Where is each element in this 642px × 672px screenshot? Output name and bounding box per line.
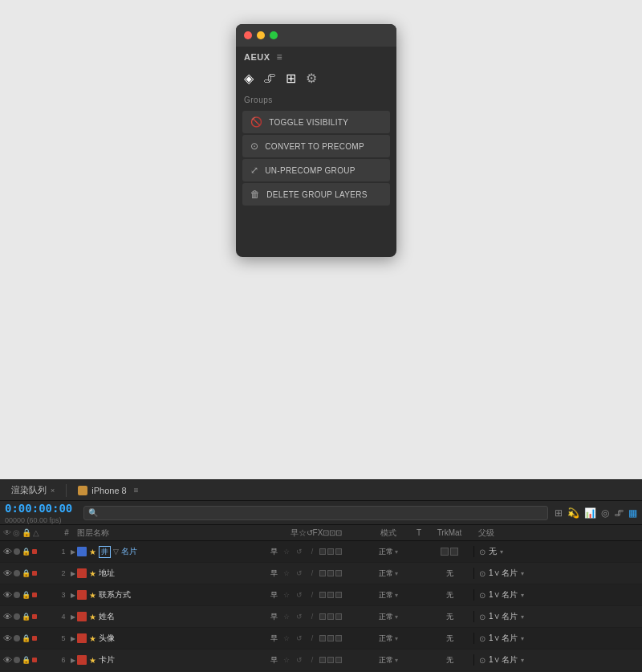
switch-5-1[interactable]: 早: [268, 633, 279, 644]
switch-6-3[interactable]: ↺: [294, 654, 305, 666]
gear-icon[interactable]: ⚙: [306, 71, 317, 86]
graph-editor-icon[interactable]: 📊: [584, 507, 596, 519]
tab-render-queue[interactable]: 渲染队列 ×: [5, 482, 61, 499]
switch-3-1[interactable]: 早: [268, 589, 279, 601]
un-precomp-button[interactable]: ⤢ UN-PRECOMP GROUP: [242, 159, 390, 181]
switch-3-2[interactable]: ☆: [281, 589, 292, 601]
switch-6-1[interactable]: 早: [268, 654, 279, 666]
switch-4[interactable]: /: [307, 546, 318, 557]
layer-switches-6: 早 ☆ ↺ /: [268, 654, 364, 666]
lock-icon-6[interactable]: 🔒: [22, 656, 30, 664]
expand-icon: ⤢: [250, 165, 258, 176]
solo-dot-6[interactable]: [14, 657, 20, 663]
parent-value-3[interactable]: 1∨ 名片: [489, 589, 518, 601]
solo-dot-3[interactable]: [14, 592, 20, 598]
lock-icon-2[interactable]: 🔒: [22, 569, 30, 577]
expand-arrow-6[interactable]: ▶: [71, 657, 75, 664]
parent-value-1[interactable]: 无: [489, 546, 497, 557]
grid-icon[interactable]: ⊞: [286, 71, 296, 86]
layer-row[interactable]: 👁 🔒 6 ▶ ★ 卡片 早 ☆ ↺ /: [0, 650, 642, 671]
timecode-area: 0:00:00:00 00000 (60.00 fps): [5, 502, 77, 524]
eye-icon-1[interactable]: 👁: [3, 547, 12, 556]
convert-precomp-button[interactable]: ⊙ CONVERT TO PRECOMP: [242, 135, 390, 157]
close-button[interactable]: [244, 31, 252, 39]
solo-dot-2[interactable]: [14, 570, 20, 576]
eye-icon-6[interactable]: 👁: [3, 655, 12, 665]
delete-group-button[interactable]: 🗑 DELETE GROUP LAYERS: [242, 183, 390, 206]
switch-5-4[interactable]: /: [307, 633, 318, 644]
layer-name-3[interactable]: 联系方式: [99, 589, 131, 601]
eye-icon-2[interactable]: 👁: [3, 568, 12, 578]
timecode[interactable]: 0:00:00:00: [5, 502, 77, 515]
eye-icon-4[interactable]: 👁: [3, 612, 12, 621]
parent-area-3: ⊙ 1∨ 名片 ▾: [479, 589, 642, 601]
layer-name-5[interactable]: 头像: [99, 633, 115, 644]
minimize-button[interactable]: [257, 31, 265, 39]
switch-3[interactable]: ↺: [294, 546, 305, 557]
toggle-visibility-button[interactable]: 🚫 TOGGLE VISIBILITY: [242, 111, 390, 133]
sw6-box2: [327, 657, 334, 663]
ae-timehead: 0:00:00:00 00000 (60.00 fps) 🔍 ⊞ 💫 📊 ◎ 🖇…: [0, 501, 642, 525]
layer-row[interactable]: 👁 🔒 5 ▶ ★ 头像 早 ☆ ↺ /: [0, 628, 642, 650]
eye-icon-3[interactable]: 👁: [3, 590, 12, 600]
paperclip-icon[interactable]: 🖇: [263, 71, 276, 86]
layer-name-6[interactable]: 卡片: [99, 654, 115, 666]
switch-2-3[interactable]: ↺: [294, 568, 305, 579]
layer-row[interactable]: 👁 🔒 2 ▶ ★ 地址 早 ☆ ↺ /: [0, 563, 642, 584]
tab-close-render[interactable]: ×: [51, 487, 55, 495]
eye-slash-icon: 🚫: [250, 116, 262, 128]
layer-name-2[interactable]: 地址: [99, 568, 115, 579]
solo-dot-5[interactable]: [14, 635, 20, 641]
layer-row[interactable]: 👁 🔒 4 ▶ ★ 姓名 早 ☆ ↺ /: [0, 606, 642, 628]
eye-icon-5[interactable]: 👁: [3, 633, 12, 643]
switch-4-1[interactable]: 早: [268, 611, 279, 622]
composition-icon[interactable]: ⊞: [555, 507, 563, 519]
expand-arrow-5[interactable]: ▶: [71, 635, 75, 642]
switch-4-3[interactable]: ↺: [294, 611, 305, 622]
switch-5-3[interactable]: ↺: [294, 633, 305, 644]
maximize-button[interactable]: [270, 31, 278, 39]
solo-dot-1[interactable]: [14, 548, 20, 555]
parent-value-6[interactable]: 1∨ 名片: [489, 654, 518, 666]
switch-2[interactable]: ☆: [281, 546, 292, 557]
switch-4-2[interactable]: ☆: [281, 611, 292, 622]
switch-2-4[interactable]: /: [307, 568, 318, 579]
layer-right-2: ⊙ 1∨ 名片 ▾: [473, 568, 642, 579]
panel-icon[interactable]: ▦: [628, 507, 637, 519]
attach-icon[interactable]: 🖇: [614, 507, 624, 519]
layer-name-4[interactable]: 姓名: [99, 611, 115, 622]
tab-iphone8[interactable]: iPhone 8 ≡: [71, 482, 144, 499]
lock-icon-5[interactable]: 🔒: [22, 634, 30, 642]
layer-row[interactable]: 👁 🔒 1 ▶ ★ 井 ▽ 名片 早 ☆ ↺ /: [0, 541, 642, 563]
switch-3-3[interactable]: ↺: [294, 589, 305, 601]
layer-left: 👁 🔒 3 ▶ ★ 联系方式 早 ☆ ↺ /: [0, 589, 473, 601]
expand-arrow-1[interactable]: ▶: [71, 548, 75, 556]
expand-arrow-3[interactable]: ▶: [71, 592, 75, 599]
expand-arrow-2[interactable]: ▶: [71, 570, 75, 577]
lock-icon-4[interactable]: 🔒: [22, 613, 30, 621]
switch-6-2[interactable]: ☆: [281, 654, 292, 666]
switch-5-2[interactable]: ☆: [281, 633, 292, 644]
layer-name-1[interactable]: 名片: [121, 546, 137, 557]
switch-3-4[interactable]: /: [307, 589, 318, 601]
lock-icon-3[interactable]: 🔒: [22, 591, 30, 599]
expand-arrow-4[interactable]: ▶: [71, 613, 75, 621]
solo-dot-4[interactable]: [14, 613, 20, 620]
switch-4-4[interactable]: /: [307, 611, 318, 622]
solo-icon[interactable]: ◎: [601, 507, 609, 519]
parent-value-2[interactable]: 1∨ 名片: [489, 568, 518, 579]
switch-6-4[interactable]: /: [307, 654, 318, 666]
search-box[interactable]: 🔍: [83, 506, 548, 520]
motion-blur-icon[interactable]: 💫: [567, 507, 579, 519]
menu-icon[interactable]: ≡: [277, 51, 282, 63]
lock-icon-1[interactable]: 🔒: [22, 548, 30, 556]
switch-2-1[interactable]: 早: [268, 568, 279, 579]
layer-row[interactable]: 👁 🔒 3 ▶ ★ 联系方式 早 ☆ ↺ /: [0, 584, 642, 606]
switch-1[interactable]: 早: [268, 546, 279, 557]
switch-2-2[interactable]: ☆: [281, 568, 292, 579]
parent-area-5: ⊙ 1∨ 名片 ▾: [479, 633, 642, 644]
parent-value-4[interactable]: 1∨ 名片: [489, 611, 518, 622]
tab-options-icon[interactable]: ≡: [134, 486, 139, 495]
parent-value-5[interactable]: 1∨ 名片: [489, 633, 518, 644]
layers-icon[interactable]: ◈: [244, 71, 254, 86]
